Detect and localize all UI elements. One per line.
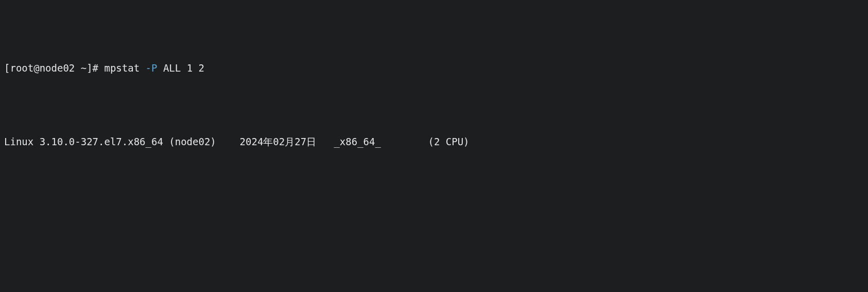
command-line: [root@node02 ~]# mpstat -P ALL 1 2: [4, 61, 864, 76]
system-info-line: Linux 3.10.0-327.el7.x86_64 (node02) 202…: [4, 134, 864, 149]
spacer: [216, 134, 240, 149]
terminal[interactable]: [root@node02 ~]# mpstat -P ALL 1 2 Linux…: [0, 0, 868, 292]
sample-block: 13时46分21秒 CPU %usr %nice %sys %iowait %i…: [4, 266, 864, 292]
spacer: [316, 134, 334, 149]
architecture: _x86_64_: [334, 134, 381, 149]
command-name: mpstat: [104, 61, 145, 76]
cpu-count: (2 CPU): [428, 134, 469, 149]
report-date: 2024年02月27日: [240, 134, 317, 149]
spacer: [381, 134, 428, 149]
command-flag: -P: [146, 61, 158, 76]
blank-line: [4, 193, 864, 208]
shell-prompt: [root@node02 ~]#: [4, 61, 104, 76]
command-args: ALL 1 2: [157, 61, 204, 76]
kernel-version: Linux 3.10.0-327.el7.x86_64 (node02): [4, 134, 216, 149]
